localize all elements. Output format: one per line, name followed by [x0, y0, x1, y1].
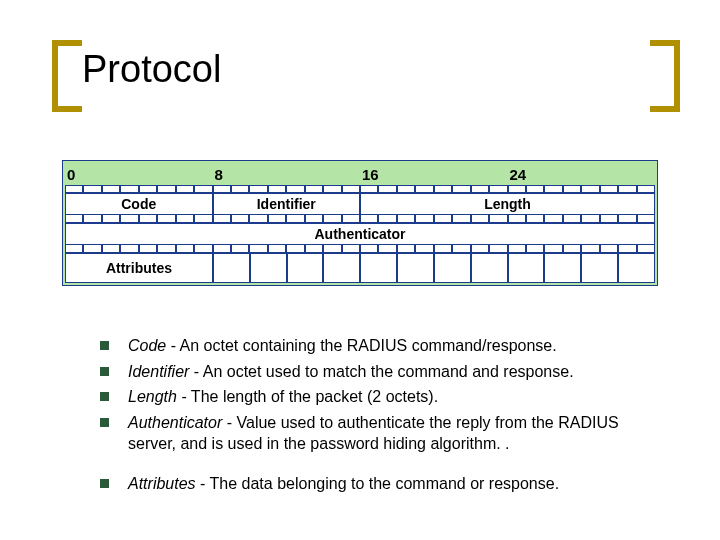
bit-grid [65, 215, 655, 223]
bracket-right-icon [650, 40, 680, 112]
diagram-row-3: Attributes [65, 253, 655, 283]
bit-grid [65, 185, 655, 193]
bullet-icon [100, 392, 109, 401]
bullet-text: - An octet containing the RADIUS command… [166, 337, 556, 354]
bullet-term: Attributes [128, 475, 196, 492]
field-length: Length [360, 193, 655, 215]
bit-grid [65, 245, 655, 253]
bullet-text: - The length of the packet (2 octets). [177, 388, 438, 405]
diagram-row-2: Authenticator [65, 223, 655, 245]
field-authenticator: Authenticator [65, 223, 655, 245]
bullet-list: Code - An octet containing the RADIUS co… [100, 335, 670, 499]
slide: Protocol 0 8 16 24 Code [0, 0, 720, 540]
bracket-left-icon [52, 40, 82, 112]
ruler-tick: 16 [360, 166, 508, 183]
ruler-tick: 8 [213, 166, 361, 183]
bit-ruler: 0 8 16 24 [65, 163, 655, 185]
bullet-term: Identifier [128, 363, 189, 380]
ruler-tick: 0 [65, 166, 213, 183]
bullet-icon [100, 367, 109, 376]
bullet-icon [100, 418, 109, 427]
bullet-term: Length [128, 388, 177, 405]
bullet-icon [100, 479, 109, 488]
list-item: Authenticator - Value used to authentica… [100, 412, 670, 455]
field-attributes: Attributes [65, 253, 213, 283]
list-item: Attributes - The data belonging to the c… [100, 473, 670, 495]
bullet-term: Authenticator [128, 414, 222, 431]
list-item: Identifier - An octet used to match the … [100, 361, 670, 383]
page-title: Protocol [82, 48, 221, 91]
ruler-tick: 24 [508, 166, 656, 183]
title-area: Protocol [52, 40, 680, 112]
list-item: Code - An octet containing the RADIUS co… [100, 335, 670, 357]
field-code: Code [65, 193, 213, 215]
packet-diagram: 0 8 16 24 Code Identifier Length [62, 160, 658, 286]
bullet-text: - The data belonging to the command or r… [196, 475, 559, 492]
diagram-row-1: Code Identifier Length [65, 193, 655, 215]
field-attributes-rest [213, 253, 655, 283]
bullet-term: Code [128, 337, 166, 354]
list-item: Length - The length of the packet (2 oct… [100, 386, 670, 408]
field-identifier: Identifier [213, 193, 361, 215]
bullet-icon [100, 341, 109, 350]
bullet-text: - An octet used to match the command and… [189, 363, 573, 380]
